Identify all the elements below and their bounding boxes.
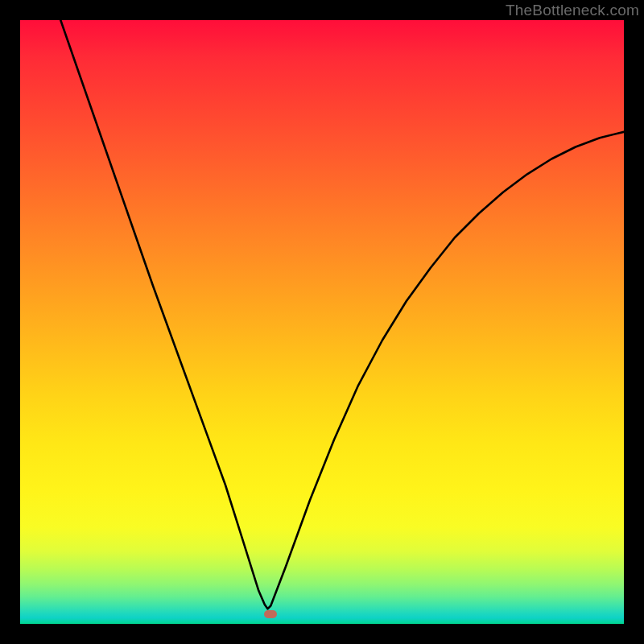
- watermark-text: TheBottleneck.com: [506, 2, 639, 19]
- chart-frame: [20, 20, 624, 624]
- minimum-marker: [264, 610, 277, 618]
- plot-gradient-background: [20, 20, 624, 624]
